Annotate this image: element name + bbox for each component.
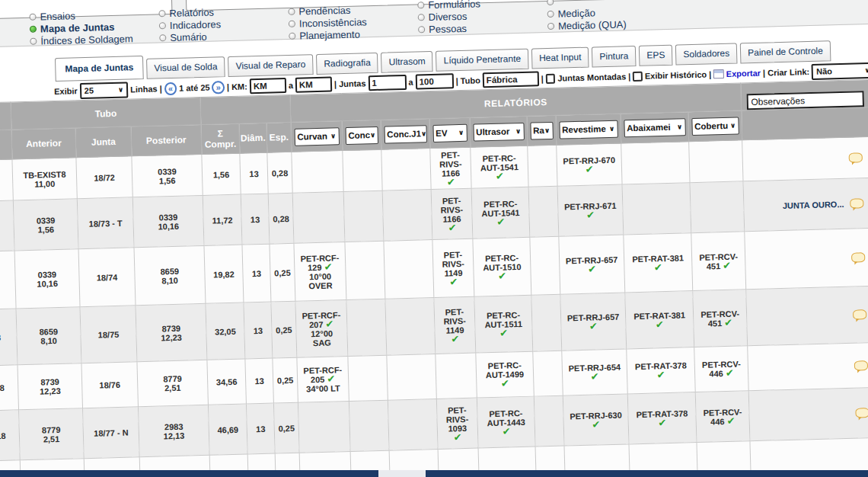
cell-frag: 2 — [0, 200, 14, 251]
cell-concj — [385, 298, 436, 356]
cell-concj — [387, 354, 437, 401]
comment-bubble-icon[interactable] — [850, 198, 863, 208]
menu-item-medi-o-qua[interactable]: Medição (QUA) — [547, 18, 627, 32]
comment-bubble-icon[interactable] — [854, 360, 868, 370]
cell-esp: 0,28 — [268, 193, 294, 244]
cell-ra — [533, 351, 563, 396]
tab-visual-de-solda[interactable]: Visual de Solda — [146, 56, 225, 79]
cell-ra — [531, 294, 562, 351]
criar-link-select[interactable]: Não∨ — [812, 62, 868, 79]
km-to-input[interactable] — [295, 76, 333, 92]
cell-ant: 0339 10,16 — [14, 249, 80, 309]
radio-icon — [289, 20, 295, 27]
cell-post: 0339 1,56 — [132, 154, 203, 197]
radio-icon — [418, 14, 425, 21]
cell-compr: 1,56 — [202, 153, 241, 195]
cell-ant: 8739 12,23 — [18, 363, 83, 410]
menu-item-sum-rio[interactable]: Sumário — [159, 30, 222, 43]
cell-rev: PET-RRJ-657 ✔ — [559, 235, 625, 294]
check-icon: ✔ — [324, 261, 332, 272]
cell-esp: 0,28 — [267, 152, 292, 194]
cell-post: 8659 8,10 — [134, 245, 206, 305]
tubo-input[interactable] — [482, 71, 538, 88]
col-filter: EV∨ — [429, 117, 471, 148]
report-filter-select-ra[interactable]: Ra∨ — [530, 121, 554, 139]
exibir-historico-checkbox[interactable] — [633, 71, 643, 81]
check-icon: ✔ — [654, 261, 662, 273]
menu-item-label: Mapa de Juntas — [40, 21, 115, 34]
a-label: a — [408, 78, 413, 87]
tab-soldadores[interactable]: Soldadores — [675, 43, 737, 66]
tab-heat-input[interactable]: Heat Input — [531, 47, 589, 69]
check-icon: ✔ — [454, 431, 462, 443]
check-icon: ✔ — [498, 270, 506, 281]
report-filter-select-curvan[interactable]: Curvan∨ — [294, 127, 340, 146]
menu-item-relat-rios[interactable]: Relatórios — [158, 5, 221, 19]
report-filter-select-abaixamei[interactable]: Abaixamei∨ — [624, 118, 686, 137]
tab-ultrasom[interactable]: Ultrasom — [381, 51, 433, 73]
cell-concj — [384, 240, 434, 299]
menu-group: EnsaiosMapa de JuntasÍndices de Soldagem — [29, 8, 133, 47]
cell-curv — [298, 401, 350, 453]
report-filter-select-cobertu[interactable]: Cobertu∨ — [691, 117, 739, 136]
chevron-down-icon: ∨ — [330, 132, 337, 139]
menu-item-ndices-de-soldagem[interactable]: Índices de Soldagem — [30, 32, 133, 47]
joints-table: Tubo RELATÓRIOS Anterior Junta Posterior… — [0, 79, 868, 477]
tab-painel-de-controle[interactable]: Painel de Controle — [740, 40, 831, 63]
report-filter-select-conc[interactable]: Conc∨ — [345, 126, 378, 144]
menu-item-inconsist-ncias[interactable]: Inconsistências — [289, 15, 367, 30]
cell-esp: 0,25 — [273, 357, 298, 403]
col-filter: Revestime∨ — [556, 114, 621, 145]
tab-visual-de-reparo[interactable]: Visual de Reparo — [228, 54, 314, 77]
cell-esp: 0,25 — [273, 402, 299, 453]
pager-next-button[interactable]: » — [212, 81, 225, 94]
cell-esp: 0,25 — [270, 243, 295, 302]
select-value: Conc — [348, 130, 370, 140]
select-value: Ra — [533, 126, 544, 135]
footer-segment — [378, 470, 426, 477]
radio-icon — [30, 25, 37, 32]
cell-post: 2983 12,13 — [138, 405, 209, 456]
report-filter-select-ev[interactable]: EV∨ — [432, 123, 468, 142]
menu-item-label: Relatórios — [169, 6, 214, 19]
cell-observacoes — [745, 228, 868, 289]
tab-radiografia[interactable]: Radiografia — [316, 53, 378, 75]
comment-bubble-icon[interactable] — [855, 408, 868, 418]
tab-eps[interactable]: EPS — [639, 45, 673, 66]
tab-mapa-de-juntas[interactable]: Mapa de Juntas — [55, 56, 144, 82]
check-icon: ✔ — [588, 263, 596, 274]
menu-group: MediçãoMedição (QUA) — [547, 0, 627, 32]
check-icon: ✔ — [723, 259, 731, 271]
menu-item-planejamento[interactable]: Planejamento — [289, 27, 367, 42]
chevron-down-icon: ∨ — [421, 130, 427, 137]
report-filter-select-revestime[interactable]: Revestime∨ — [559, 120, 618, 139]
cell-esp: 0,25 — [271, 301, 297, 358]
pager-prev-button[interactable]: « — [164, 82, 177, 94]
cell-junta: 18/72 — [76, 156, 132, 199]
cell-curv: PET-RCF- 205 ✔ 34°00 LT — [297, 357, 349, 403]
radio-icon — [30, 37, 37, 44]
juntas-from-input[interactable] — [368, 75, 407, 91]
cell-cob: PET-RCV- 446 ✔ — [695, 391, 750, 443]
comment-bubble-icon[interactable] — [853, 309, 866, 319]
tab-pintura[interactable]: Pintura — [592, 46, 637, 68]
menu-item-indicadores[interactable]: Indicadores — [159, 18, 222, 31]
exibir-historico-label: Exibir Histórico | — [645, 69, 712, 80]
juntas-montadas-checkbox[interactable] — [546, 73, 556, 83]
cell-compr: 19,82 — [204, 245, 244, 303]
juntas-to-input[interactable] — [415, 73, 454, 89]
cell-cob: PET-RCV- 451 ✔ — [693, 290, 748, 347]
km-from-input[interactable] — [250, 78, 287, 94]
observacoes-filter-input[interactable] — [746, 91, 863, 110]
report-filter-select-conc-j1[interactable]: Conc.J1∨ — [384, 125, 427, 143]
check-icon: ✔ — [592, 418, 600, 430]
tab-l-quido-penetrante[interactable]: Líquido Penetrante — [436, 49, 528, 72]
report-filter-select-ultrasor[interactable]: Ultrasor∨ — [473, 122, 525, 141]
radio-icon — [288, 8, 295, 14]
comment-bubble-icon[interactable] — [849, 152, 863, 162]
menu-item-label: Índices de Soldagem — [40, 33, 133, 46]
menu-item-pessoas[interactable]: Pessoas — [418, 21, 481, 35]
comment-bubble-icon[interactable] — [851, 252, 865, 262]
page-size-select[interactable]: 25∨ — [79, 82, 128, 99]
exportar-link[interactable]: Exportar — [726, 69, 761, 78]
